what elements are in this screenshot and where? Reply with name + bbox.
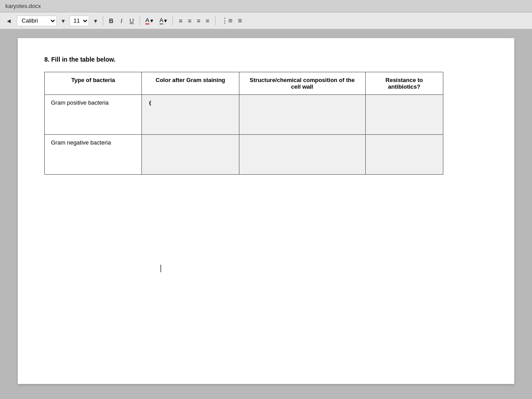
cell-gram-negative-type[interactable]: Gram negative bacteria xyxy=(45,135,142,175)
toolbar: ◄ Calibri ▾ 11 ▾ B I U A ▾ A ▾ ≡ ≡ ≡ ≡ xyxy=(0,12,532,29)
cell-gram-positive-type[interactable]: Gram positive bacteria xyxy=(45,95,142,135)
align-right-icon: ≡ xyxy=(197,17,200,24)
align-justify-button[interactable]: ≡ xyxy=(203,15,211,27)
table-row: Gram positive bacteria ❴ xyxy=(45,95,443,135)
font-size-selector[interactable]: 11 xyxy=(70,16,89,26)
back-arrow-button[interactable]: ◄ xyxy=(4,15,14,27)
font-highlight-label: A xyxy=(160,17,164,24)
align-left-icon: ≡ xyxy=(179,17,182,24)
alignment-group: ≡ ≡ ≡ ≡ xyxy=(176,15,211,27)
question-label: 8. Fill in the table below. xyxy=(44,56,488,63)
align-right-button[interactable]: ≡ xyxy=(195,15,203,27)
cell-gram-negative-color[interactable] xyxy=(142,135,239,175)
cell-gram-positive-resistance[interactable] xyxy=(365,95,443,135)
separator-4 xyxy=(215,16,215,26)
cell-gram-negative-resistance[interactable] xyxy=(365,135,443,175)
document-title: karyotes.docx xyxy=(5,3,41,9)
cell-gram-positive-color[interactable]: ❴ xyxy=(142,95,239,135)
separator-1 xyxy=(103,16,103,26)
font-highlight-button[interactable]: A ▾ xyxy=(158,16,169,25)
separator-3 xyxy=(172,16,173,26)
document-page: 8. Fill in the table below. Type of bact… xyxy=(18,38,514,384)
unordered-list-button[interactable]: ⋮≡ xyxy=(219,15,235,27)
font-color-button[interactable]: A ▾ xyxy=(144,16,155,25)
align-left-button[interactable]: ≡ xyxy=(176,15,184,27)
header-type: Type of bacteria xyxy=(45,72,142,95)
table-row: Gram negative bacteria xyxy=(45,135,443,175)
header-resistance: Resistance to antibiotics? xyxy=(365,72,443,95)
font-highlight-chevron: ▾ xyxy=(164,17,167,24)
font-family-selector[interactable]: Calibri xyxy=(17,16,57,26)
font-size-down-button[interactable]: ▾ xyxy=(59,15,67,27)
ordered-list-icon: ≡ xyxy=(238,17,242,25)
list-group: ⋮≡ ≡ xyxy=(219,15,244,27)
underline-button[interactable]: U xyxy=(127,15,136,27)
bacteria-table: Type of bacteria Color after Gram staini… xyxy=(44,72,443,175)
title-bar: karyotes.docx xyxy=(0,0,532,12)
table-header-row: Type of bacteria Color after Gram staini… xyxy=(45,72,443,95)
text-cursor: | xyxy=(160,263,488,273)
cursor-mark: ❴ xyxy=(148,100,152,106)
font-color-label: A xyxy=(145,17,149,24)
separator-2 xyxy=(140,16,140,26)
font-color-chevron: ▾ xyxy=(150,17,153,24)
font-size-up-button[interactable]: ▾ xyxy=(92,15,99,27)
align-center-icon: ≡ xyxy=(188,17,192,24)
bold-button[interactable]: B xyxy=(107,15,116,27)
header-color: Color after Gram staining xyxy=(142,72,239,95)
cell-gram-positive-structure[interactable] xyxy=(239,95,365,135)
insertion-cursor: | xyxy=(160,263,162,273)
align-justify-icon: ≡ xyxy=(206,17,209,24)
cell-gram-negative-structure[interactable] xyxy=(239,135,365,175)
unordered-list-icon: ⋮≡ xyxy=(221,16,232,25)
align-center-button[interactable]: ≡ xyxy=(186,15,194,27)
header-structure: Structure/chemical composition of the ce… xyxy=(239,72,365,95)
italic-button[interactable]: I xyxy=(118,15,125,27)
document-area: 8. Fill in the table below. Type of bact… xyxy=(0,29,532,399)
ordered-list-button[interactable]: ≡ xyxy=(235,15,244,27)
